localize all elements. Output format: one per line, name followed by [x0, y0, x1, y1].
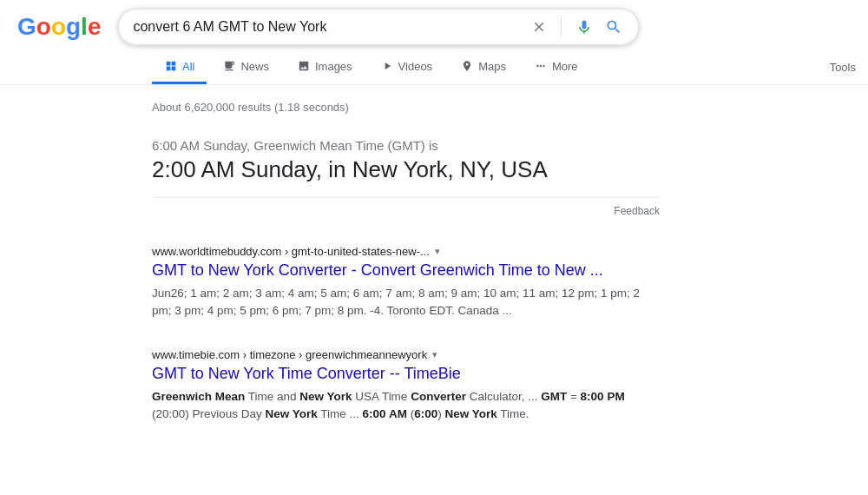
google-logo[interactable]: Google — [17, 13, 101, 41]
result-2-snippet: Greenwich Mean Time and New York USA Tim… — [152, 388, 660, 424]
header: Google — [0, 0, 868, 45]
tab-more[interactable]: More — [522, 50, 590, 84]
search-bar-container — [118, 9, 639, 45]
search-result: www.worldtimebuddy.com › gmt-to-united-s… — [152, 241, 660, 320]
images-icon — [297, 59, 311, 73]
feedback-row: Feedback — [152, 198, 660, 231]
search-button-icon[interactable] — [603, 16, 624, 37]
tab-videos-label: Videos — [398, 60, 433, 73]
tab-videos[interactable]: Videos — [368, 50, 445, 84]
snippet-bold: New York — [299, 390, 352, 403]
tab-images-label: Images — [315, 60, 352, 73]
nav-tabs: All News Images Videos Maps — [0, 45, 868, 85]
news-icon — [222, 59, 236, 73]
conversion-source-text: 6:00 AM Sunday, Greenwich Mean Time (GMT… — [152, 138, 660, 153]
search-icons — [529, 16, 624, 37]
tab-maps-label: Maps — [478, 60, 506, 73]
tools-button[interactable]: Tools — [818, 52, 868, 82]
tab-more-label: More — [552, 60, 578, 73]
tab-maps[interactable]: Maps — [448, 50, 518, 84]
results-count: About 6,620,000 results (1.18 seconds) — [152, 101, 660, 114]
snippet-bold: 6:00 — [414, 407, 437, 420]
tab-images[interactable]: Images — [285, 50, 365, 84]
all-icon — [164, 59, 178, 73]
result-2-title[interactable]: GMT to New York Time Converter -- TimeBi… — [152, 363, 660, 385]
maps-icon — [460, 59, 474, 73]
search-bar — [118, 9, 639, 45]
snippet-bold: 6:00 AM — [363, 407, 407, 420]
feedback-button[interactable]: Feedback — [614, 205, 660, 217]
result-2-dropdown-icon[interactable]: ▾ — [432, 349, 437, 360]
result-1-url-row: www.worldtimebuddy.com › gmt-to-united-s… — [152, 245, 660, 258]
search-result: www.timebie.com › timezone › greenwichme… — [152, 345, 660, 424]
snippet-bold: New York — [444, 407, 496, 420]
tab-all[interactable]: All — [152, 50, 207, 84]
result-1-dropdown-icon[interactable]: ▾ — [435, 246, 440, 257]
voice-search-icon[interactable] — [574, 16, 595, 37]
result-1-title[interactable]: GMT to New York Converter - Convert Gree… — [152, 260, 660, 281]
result-1-snippet: Jun26; 1 am; 2 am; 3 am; 4 am; 5 am; 6 a… — [152, 285, 660, 320]
result-2-url-row: www.timebie.com › timezone › greenwichme… — [152, 348, 660, 361]
tab-news[interactable]: News — [210, 50, 281, 84]
more-icon — [534, 59, 548, 73]
tab-news-label: News — [240, 60, 269, 73]
divider — [561, 16, 562, 37]
result-2-url: www.timebie.com › timezone › greenwichme… — [152, 348, 427, 361]
conversion-box: 6:00 AM Sunday, Greenwich Mean Time (GMT… — [152, 128, 660, 241]
snippet-bold: 8:00 PM — [581, 390, 625, 403]
conversion-result-text: 2:00 AM Sunday, in New York, NY, USA — [152, 156, 660, 183]
clear-icon[interactable] — [529, 17, 549, 36]
main-content: About 6,620,000 results (1.18 seconds) 6… — [0, 85, 660, 456]
snippet-bold: GMT — [541, 390, 567, 403]
search-input[interactable] — [133, 19, 521, 35]
snippet-bold: New York — [266, 407, 318, 420]
snippet-bold: Greenwich Mean — [152, 390, 245, 403]
videos-icon — [380, 59, 394, 73]
snippet-bold: Converter — [411, 390, 466, 403]
tab-all-label: All — [182, 60, 194, 73]
result-1-url: www.worldtimebuddy.com › gmt-to-united-s… — [152, 245, 430, 258]
